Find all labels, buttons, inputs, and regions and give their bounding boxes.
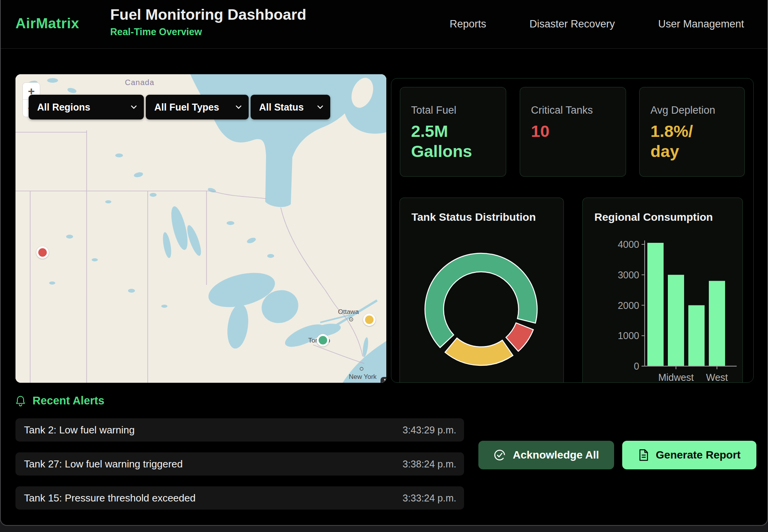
chevron-down-icon bbox=[236, 105, 242, 109]
map-filter-bar: All Regions All Fuel Types All Status bbox=[29, 95, 330, 119]
fuel-map[interactable]: Canada Ottawa Toronto New York + − All R… bbox=[15, 74, 386, 383]
alerts-heading: Recent Alerts bbox=[15, 394, 104, 407]
metrics-panel: Total Fuel 2.5MGallons Critical Tanks 10… bbox=[391, 78, 754, 383]
map-marker-normal[interactable] bbox=[317, 334, 329, 346]
map-resize-handle[interactable] bbox=[381, 377, 386, 383]
regional-consumption-chart-card: Regional Consumption 01000200030004000Mi… bbox=[582, 198, 743, 383]
tank-status-chart-card: Tank Status Distribution bbox=[399, 198, 564, 383]
stat-value: 1.8%/day bbox=[650, 121, 737, 162]
consumption-bar bbox=[668, 275, 684, 366]
alert-row: Tank 15: Pressure threshold exceeded 3:3… bbox=[15, 486, 464, 510]
alert-message: Tank 2: Low fuel warning bbox=[24, 424, 135, 436]
bell-icon bbox=[15, 396, 26, 406]
regions-dropdown-value: All Regions bbox=[37, 102, 90, 113]
map-marker-warning[interactable] bbox=[363, 314, 375, 326]
fuel-types-dropdown[interactable]: All Fuel Types bbox=[146, 95, 249, 119]
main-nav: Reports Disaster Recovery User Managemen… bbox=[450, 0, 744, 48]
status-dropdown-value: All Status bbox=[259, 102, 304, 113]
title-block: Fuel Monitoring Dashboard Real-Time Over… bbox=[110, 6, 306, 38]
alerts-heading-text: Recent Alerts bbox=[32, 394, 104, 407]
map-label-ottawa: Ottawa bbox=[338, 308, 359, 315]
consumption-bar bbox=[709, 281, 725, 367]
basemap: Canada Ottawa Toronto New York bbox=[15, 74, 386, 383]
regional-consumption-bar-chart: 01000200030004000MidwestWest bbox=[583, 198, 743, 383]
alert-timestamp: 3:43:29 p.m. bbox=[403, 425, 456, 436]
y-axis-tick-label: 1000 bbox=[618, 330, 639, 341]
stat-label: Critical Tanks bbox=[531, 104, 618, 116]
x-axis-tick-label: Midwest bbox=[658, 372, 694, 383]
nav-disaster-recovery[interactable]: Disaster Recovery bbox=[529, 18, 615, 30]
chevron-down-icon bbox=[131, 105, 137, 109]
acknowledge-all-label: Acknowledge All bbox=[513, 449, 599, 461]
stat-card-avg-depletion: Avg Depletion 1.8%/day bbox=[639, 87, 745, 177]
regions-dropdown[interactable]: All Regions bbox=[29, 95, 144, 119]
x-axis-tick-label: West bbox=[706, 372, 728, 383]
nav-reports[interactable]: Reports bbox=[450, 18, 486, 30]
y-axis-tick-label: 0 bbox=[634, 361, 639, 372]
y-axis-tick-label: 3000 bbox=[618, 269, 639, 280]
page-subtitle: Real-Time Overview bbox=[110, 26, 306, 38]
dashboard-window: AirMatrix Fuel Monitoring Dashboard Real… bbox=[0, 0, 768, 526]
alert-message: Tank 27: Low fuel warning triggered bbox=[24, 458, 183, 470]
map-marker-critical[interactable] bbox=[36, 246, 49, 259]
document-icon bbox=[638, 449, 649, 461]
nav-user-management[interactable]: User Management bbox=[658, 18, 744, 30]
map-label-canada: Canada bbox=[125, 78, 154, 87]
fuel-types-dropdown-value: All Fuel Types bbox=[154, 102, 219, 113]
page-title: Fuel Monitoring Dashboard bbox=[110, 6, 306, 23]
stat-card-total-fuel: Total Fuel 2.5MGallons bbox=[400, 87, 506, 177]
header: AirMatrix Fuel Monitoring Dashboard Real… bbox=[1, 0, 767, 49]
alert-timestamp: 3:38:24 p.m. bbox=[403, 459, 456, 470]
status-dropdown[interactable]: All Status bbox=[251, 95, 330, 119]
stat-value: 2.5MGallons bbox=[411, 121, 498, 162]
generate-report-button[interactable]: Generate Report bbox=[622, 441, 756, 469]
donut-segment-yellow-warning bbox=[445, 338, 513, 365]
donut-segment-red-critical bbox=[506, 323, 533, 351]
alert-timestamp: 3:33:24 p.m. bbox=[403, 493, 456, 504]
stat-label: Avg Depletion bbox=[650, 104, 737, 116]
tank-status-donut-chart bbox=[400, 198, 564, 383]
consumption-bar bbox=[688, 305, 705, 367]
stat-label: Total Fuel bbox=[411, 104, 498, 116]
consumption-bar bbox=[647, 243, 664, 366]
stat-value: 10 bbox=[531, 121, 618, 141]
y-axis-tick-label: 4000 bbox=[618, 239, 639, 250]
acknowledge-all-button[interactable]: Acknowledge All bbox=[478, 441, 614, 469]
alert-message: Tank 15: Pressure threshold exceeded bbox=[24, 492, 196, 504]
map-label-newyork: New York bbox=[349, 373, 377, 380]
chevron-down-icon bbox=[317, 105, 323, 109]
brand-logo: AirMatrix bbox=[15, 15, 79, 32]
generate-report-label: Generate Report bbox=[656, 449, 741, 461]
stat-card-critical-tanks: Critical Tanks 10 bbox=[520, 87, 626, 177]
alert-row: Tank 2: Low fuel warning 3:43:29 p.m. bbox=[15, 418, 464, 442]
alert-row: Tank 27: Low fuel warning triggered 3:38… bbox=[15, 452, 464, 476]
check-circle-icon bbox=[493, 449, 506, 461]
y-axis-tick-label: 2000 bbox=[618, 300, 639, 311]
